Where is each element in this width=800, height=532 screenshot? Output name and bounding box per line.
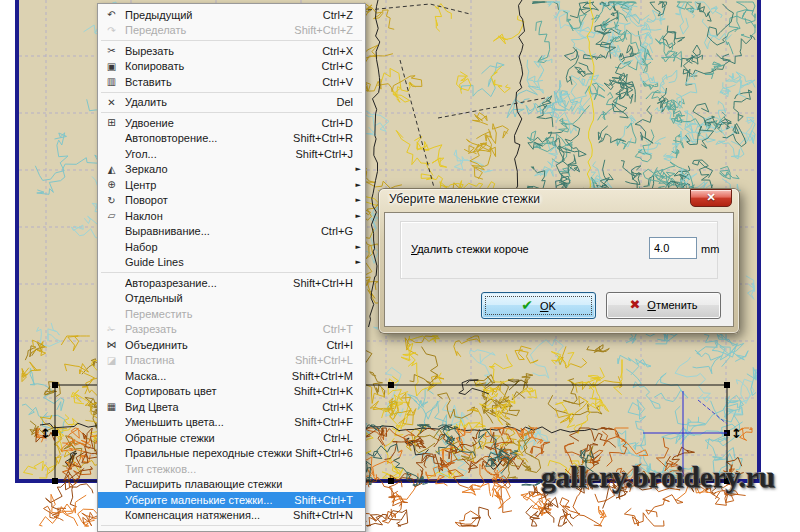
menu-item-rotate[interactable]: ↻ Поворот ►	[98, 193, 365, 209]
menu-separator	[101, 112, 362, 113]
menu-item-duplicate[interactable]: ⊞ Удвоение Ctrl+D	[98, 115, 365, 131]
color-view-icon: ▦	[98, 399, 125, 414]
undo-icon: ↶	[98, 7, 125, 22]
menu-item-set[interactable]: Набор ►	[98, 239, 365, 255]
menu-item-color-view[interactable]: ▦ Вид Цвета Ctrl+K	[98, 399, 365, 415]
close-button[interactable]: ✕	[690, 189, 732, 207]
menu-item-autorepeat[interactable]: Автоповторение... Shift+Ctrl+R	[98, 131, 365, 147]
menu-item-expand-floating[interactable]: Расширить плавающие стежки	[98, 477, 365, 493]
menu-item-plate[interactable]: ◪ Пластина Shift+Ctrl+L	[98, 353, 365, 369]
menu-item-undo[interactable]: ↶ Предыдущий Ctrl+Z	[98, 7, 365, 23]
duplicate-icon: ⊞	[98, 115, 125, 130]
menu-separator	[101, 525, 362, 526]
menu-item-remove-small-stitches[interactable]: Уберите маленькие стежки... Shift+Ctrl+T	[98, 492, 365, 508]
context-menu: ↶ Предыдущий Ctrl+Z ↷ Переделать Shift+C…	[97, 3, 366, 532]
plate-icon: ◪	[98, 353, 125, 368]
submenu-arrow-icon: ►	[356, 243, 361, 251]
ok-button[interactable]: ✔OK	[481, 292, 596, 319]
menu-item-align[interactable]: Выравнивание... Ctrl+G	[98, 224, 365, 240]
skew-icon: ▱	[98, 208, 125, 223]
menu-item-mask[interactable]: Маска... Shift+Ctrl+M	[98, 368, 365, 384]
cut-icon: ✂	[98, 43, 125, 58]
submenu-arrow-icon: ►	[356, 165, 361, 173]
join-icon: ⋈	[98, 337, 125, 352]
watermark: gallery.broidery.ru	[541, 460, 775, 494]
menu-separator	[101, 272, 362, 273]
submenu-arrow-icon: ►	[356, 212, 361, 220]
menu-item-skew[interactable]: ▱ Наклон ►	[98, 208, 365, 224]
menu-item-move[interactable]: Переместить	[98, 306, 365, 322]
submenu-arrow-icon: ►	[356, 258, 361, 266]
delete-icon: ✕	[98, 95, 125, 110]
menu-item-sort-color[interactable]: Сортировать цвет Shift+Ctrl+K	[98, 384, 365, 400]
center-icon: ⊕	[98, 177, 125, 192]
stitch-length-group: Удалить стежки короче mm	[400, 221, 718, 279]
menu-item-angle[interactable]: Угол... Shift+Ctrl+J	[98, 146, 365, 162]
mirror-icon: ◭	[98, 162, 125, 177]
menu-item-mirror[interactable]: ◭ Зеркало ►	[98, 162, 365, 178]
resize-vertical-cursor: ↕	[40, 426, 51, 441]
menu-item-transition-stitches[interactable]: Правильные переходные стежки Shift+Ctrl+…	[98, 446, 365, 462]
stitch-length-label: Удалить стежки короче	[411, 243, 529, 255]
copy-icon: ▣	[98, 59, 125, 74]
close-icon: ✕	[706, 191, 715, 203]
cancel-button[interactable]: ✖Отменить	[606, 292, 721, 319]
ok-button-label: OK	[540, 300, 556, 312]
menu-item-reverse-stitches[interactable]: Обратные стежки Ctrl+L	[98, 430, 365, 446]
unit-label: mm	[701, 243, 719, 255]
menu-item-stitch-type[interactable]: Тип стежков...	[98, 461, 365, 477]
check-icon: ✔	[521, 297, 533, 313]
menu-separator	[101, 40, 362, 41]
menu-separator	[101, 92, 362, 93]
menu-item-pull-compensation[interactable]: Компенсация натяжения... Shift+Ctrl+N	[98, 508, 365, 524]
menu-item-copy[interactable]: ▣ Копировать Ctrl+C	[98, 59, 365, 75]
menu-item-join[interactable]: ⋈ Объединить Ctrl+I	[98, 337, 365, 353]
paste-icon: ▥	[98, 74, 125, 89]
menu-item-paste[interactable]: ▥ Вставить Ctrl+V	[98, 74, 365, 90]
menu-item-delete[interactable]: ✕ Удалить Del	[98, 95, 365, 111]
menu-item-cut[interactable]: ✂ Вырезать Ctrl+X	[98, 43, 365, 59]
dialog-body: Удалить стежки короче mm ✔OK ✖Отменить	[384, 212, 734, 327]
rotate-icon: ↻	[98, 193, 125, 208]
cross-icon: ✖	[629, 297, 640, 312]
menu-item-split[interactable]: ✁ Разрезать Ctrl+T	[98, 322, 365, 338]
menu-item-autosplit[interactable]: Авторазрезание... Shift+Ctrl+H	[98, 275, 365, 291]
redo-icon: ↷	[98, 23, 125, 38]
menu-item-redo[interactable]: ↷ Переделать Shift+Ctrl+Z	[98, 23, 365, 39]
remove-small-stitches-dialog: Уберите маленькие стежки ✕ Удалить стежк…	[378, 188, 740, 334]
cancel-button-label: Отменить	[647, 299, 697, 311]
menu-item-center[interactable]: ⊕ Центр ►	[98, 177, 365, 193]
submenu-arrow-icon: ►	[356, 181, 361, 189]
resize-vertical-cursor: ↕	[731, 426, 742, 441]
submenu-arrow-icon: ►	[356, 196, 361, 204]
dialog-title: Уберите маленькие стежки	[389, 192, 540, 206]
stitch-length-input[interactable]	[649, 237, 697, 259]
menu-item-reduce-colors[interactable]: Уменьшить цвета... Shift+Ctrl+F	[98, 415, 365, 431]
split-icon: ✁	[98, 322, 125, 337]
menu-item-separate[interactable]: Отдельный	[98, 291, 365, 307]
menu-item-guide-lines[interactable]: Guide Lines ►	[98, 255, 365, 271]
